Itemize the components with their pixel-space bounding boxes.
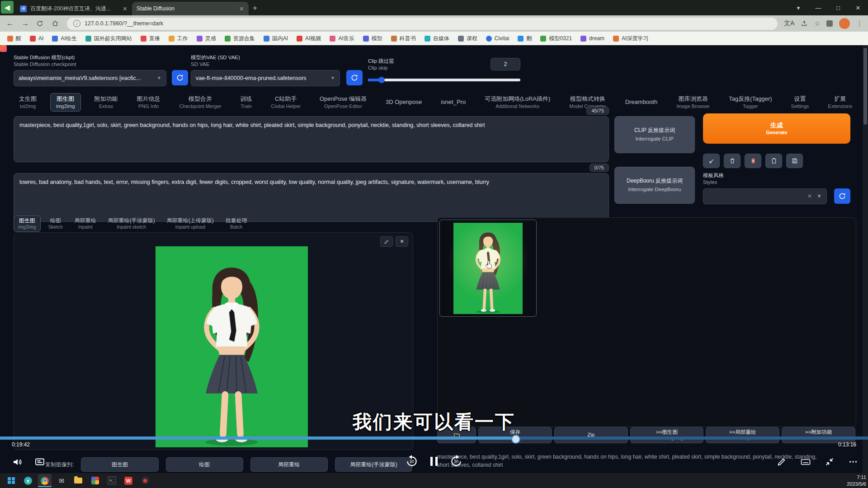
site-info-icon[interactable]: i <box>73 20 80 27</box>
new-tab-button[interactable]: + <box>249 2 261 14</box>
pause-button[interactable] <box>430 457 438 466</box>
taskbar-wps[interactable]: W <box>122 474 135 487</box>
vae-select[interactable]: vae-ft-mse-840000-ema-pruned.safetensors… <box>191 70 340 86</box>
subtab-inpaint-sketch[interactable]: 局部重绘(手涂蒙版)Inpaint sketch <box>104 216 159 232</box>
scrollbar-thumb[interactable] <box>863 48 867 125</box>
subtab-inpaint[interactable]: 局部重绘Inpaint <box>71 216 100 232</box>
result-thumbnail[interactable] <box>439 220 537 317</box>
bookmark-item[interactable]: AI音乐 <box>330 35 354 42</box>
styles-select[interactable]: ✕▼ <box>703 188 827 204</box>
bookmark-item[interactable]: 醒 <box>7 35 21 42</box>
prompt-input[interactable]: masterpiece, best quality,1girl, solo, s… <box>14 116 609 162</box>
exit-fullscreen-button[interactable] <box>825 457 835 467</box>
bookmark-item[interactable]: AI深度学习 <box>613 35 648 42</box>
browser-tab-baidu[interactable]: 译 百度翻译-200种语言互译、沟通... ✕ <box>15 2 132 15</box>
refresh-styles-button[interactable] <box>834 188 850 204</box>
reload-icon[interactable] <box>36 20 45 27</box>
tab-civitai-helper[interactable]: C站助手Civitai Helper <box>266 93 306 112</box>
save-style-button[interactable] <box>786 154 803 168</box>
checkpoint-select[interactable]: always\meinamix_meinaV9.safetensors [eac… <box>14 70 166 86</box>
taskbar-photos[interactable] <box>88 474 102 487</box>
video-progress-knob[interactable] <box>511 435 520 444</box>
edit-image-button[interactable] <box>380 236 393 247</box>
translate-icon[interactable]: 文A <box>784 19 794 28</box>
tab-isnet-pro[interactable]: isnet_Pro <box>435 93 471 112</box>
tab-image-browser[interactable]: 图库浏览器Image Browser <box>671 93 715 112</box>
clear-prompt-button[interactable] <box>724 154 741 168</box>
subtab-sketch[interactable]: 绘图Sketch <box>44 216 67 232</box>
bookmark-item[interactable]: 灵感 <box>197 35 216 42</box>
tab-search-icon[interactable]: ▾ <box>788 5 808 11</box>
bookmark-item[interactable]: 模型0321 <box>540 35 572 42</box>
tab-dreambooth[interactable]: Dreambooth <box>620 93 663 112</box>
more-options-button[interactable] <box>848 457 858 467</box>
subtitle-list-button[interactable] <box>34 456 45 467</box>
forward-icon[interactable]: → <box>21 19 30 28</box>
annotate-button[interactable] <box>777 457 787 467</box>
taskbar-chrome[interactable] <box>38 474 52 487</box>
bookmark-item[interactable]: 模型 <box>363 35 382 42</box>
bookmark-item[interactable]: AI <box>30 35 43 42</box>
subtab-batch[interactable]: 批量处理Batch <box>222 216 251 232</box>
clip-skip-slider[interactable] <box>368 79 520 81</box>
extensions-icon[interactable] <box>826 20 833 27</box>
bookmark-item[interactable]: AI视频 <box>297 35 321 42</box>
interrogate-deepbooru-button[interactable]: DeepBooru 反推提示词Interrogate DeepBooru <box>614 167 695 204</box>
bookmark-item[interactable]: 资源合集 <box>225 35 255 42</box>
minimize-button[interactable]: — <box>808 5 828 11</box>
tab-close-icon[interactable]: ✕ <box>123 5 127 12</box>
refresh-checkpoint-button[interactable] <box>172 70 188 85</box>
taskbar-recorder[interactable] <box>138 474 152 487</box>
back-icon[interactable]: ← <box>5 19 14 28</box>
interrogate-clip-button[interactable]: CLIP 反推提示词Interrogate CLIP <box>614 116 695 153</box>
floating-back-button[interactable]: ◀ <box>1 1 14 14</box>
bookmark-item[interactable]: AI绘生 <box>52 35 76 42</box>
browser-tab-sd[interactable]: Stable Diffusion ✕ <box>132 2 249 15</box>
subtab-inpaint-upload[interactable]: 局部重绘(上传蒙版)Inpaint upload <box>163 216 218 232</box>
tab-3d-openpose[interactable]: 3D Openpose <box>380 93 427 112</box>
close-button[interactable]: ✕ <box>848 5 868 11</box>
tab-img2img[interactable]: 图生图img2img <box>50 93 81 112</box>
tab-extensions[interactable]: 扩展Extensions <box>822 93 858 112</box>
bookmark-item[interactable]: 自媒体 <box>425 35 449 42</box>
apply-style-button[interactable] <box>765 154 782 168</box>
tab-checkpoint-merger[interactable]: 模型合并Checkpoint Merger <box>174 93 227 112</box>
slider-knob[interactable] <box>378 77 385 83</box>
taskbar-clock[interactable]: 7:11 2023/5/6 <box>847 474 868 487</box>
rewind-10-button[interactable]: 10 <box>405 455 419 468</box>
bookmark-item[interactable]: 科普书 <box>391 35 416 42</box>
profile-avatar[interactable] <box>839 18 850 29</box>
tab-settings[interactable]: 设置Settings <box>786 93 815 112</box>
tab-close-icon[interactable]: ✕ <box>239 5 244 12</box>
taskbar-edge[interactable]: e <box>21 474 35 487</box>
remove-image-button[interactable]: ✕ <box>396 236 408 247</box>
tab-train[interactable]: 训练Train <box>235 93 258 112</box>
bookmark-item-civitai[interactable]: Civitai <box>486 35 509 42</box>
clear-icon[interactable]: ✕ <box>807 193 812 199</box>
maximize-button[interactable]: □ <box>828 5 848 11</box>
negative-prompt-input[interactable]: lowres, bad anatomy, bad hands, text, er… <box>14 173 609 222</box>
forward-30-button[interactable]: 30 <box>449 455 463 468</box>
bookmark-item[interactable]: 国内AI <box>264 35 288 42</box>
share-icon[interactable] <box>801 20 808 27</box>
refresh-vae-button[interactable] <box>346 70 363 85</box>
address-bar[interactable]: i 127.0.0.1:7860/?__theme=dark <box>67 18 778 30</box>
bookmark-star-icon[interactable]: ☆ <box>814 20 820 27</box>
taskbar-terminal[interactable]: >_ <box>105 474 118 487</box>
subtab-img2img[interactable]: 图生图img2img <box>14 216 41 232</box>
tab-png-info[interactable]: 图片信息PNG Info <box>132 93 166 112</box>
bookmark-item[interactable]: 课程 <box>458 35 477 42</box>
taskbar-explorer[interactable] <box>71 474 85 487</box>
keyboard-button[interactable] <box>800 456 811 467</box>
volume-button[interactable] <box>12 456 23 467</box>
bookmark-item[interactable]: 工作 <box>169 35 188 42</box>
tab-txt2img[interactable]: 文生图txt2img <box>14 93 42 112</box>
page-scrollbar[interactable] <box>863 45 868 473</box>
tab-tagger[interactable]: Tag反推(Tagger)Tagger <box>723 93 777 112</box>
generate-button[interactable]: 生成Generate <box>703 113 850 144</box>
video-progress-bar[interactable] <box>0 436 868 440</box>
browser-menu-icon[interactable]: ⋮ <box>856 20 863 27</box>
paste-params-button[interactable]: ↙ <box>703 154 720 168</box>
bookmark-item[interactable]: 翻 <box>518 35 532 42</box>
tab-extras[interactable]: 附加功能Extras <box>89 93 123 112</box>
